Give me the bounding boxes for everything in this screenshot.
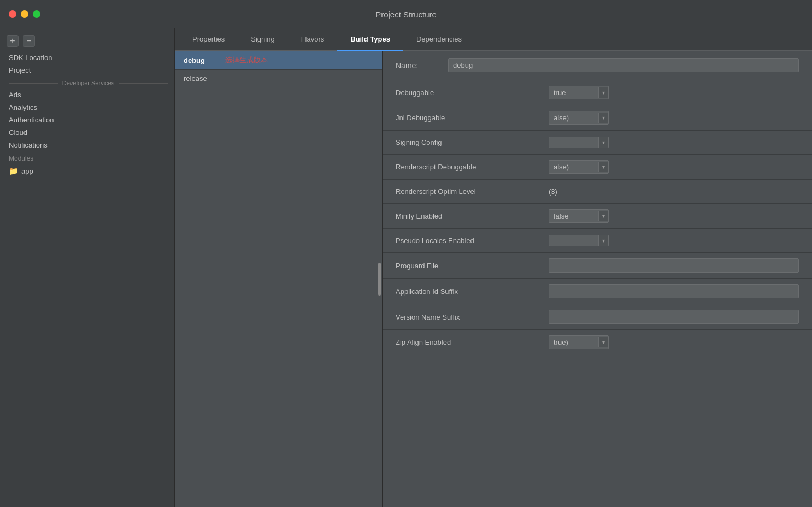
prop-value-debuggable: true▾ (549, 86, 799, 99)
prop-value-minify-enabled: false▾ (549, 209, 799, 223)
prop-value-proguard-file (549, 258, 799, 273)
dropdown-value-zip-align-enabled: true) (549, 336, 598, 349)
sidebar-item-authentication[interactable]: Authentication (0, 114, 174, 126)
dropdown-zip-align-enabled[interactable]: true)▾ (549, 335, 609, 349)
prop-row-renderscript-optim-level: Renderscript Optim Level(3) (383, 180, 812, 204)
prop-label-pseudo-locales-enabled: Pseudo Locales Enabled (396, 237, 549, 245)
prop-row-version-name-suffix: Version Name Suffix (383, 304, 812, 330)
sidebar-item-notifications[interactable]: Notifications (0, 139, 174, 151)
prop-row-zip-align-enabled: Zip Align Enabledtrue)▾ (383, 330, 812, 355)
prop-label-signing-config: Signing Config (396, 138, 549, 146)
dropdown-value-pseudo-locales-enabled (549, 239, 598, 243)
sidebar: + − SDK Location Project Developer Servi… (0, 28, 175, 507)
dropdown-jni-debuggable[interactable]: alse)▾ (549, 111, 609, 125)
prop-row-jni-debuggable: Jni Debuggablealse)▾ (383, 105, 812, 131)
tab-signing[interactable]: Signing (238, 28, 287, 51)
folder-icon: 📁 (9, 167, 18, 175)
main-layout: + − SDK Location Project Developer Servi… (0, 28, 812, 507)
developer-services-section: Developer Services (0, 76, 174, 89)
prop-row-renderscript-debuggable: Renderscript Debuggablealse)▾ (383, 155, 812, 180)
minimize-button[interactable] (21, 10, 28, 18)
window-controls (9, 10, 40, 18)
name-label: Name: (396, 61, 439, 70)
prop-label-application-id-suffix: Application Id Suffix (396, 287, 549, 296)
tab-build-types[interactable]: Build Types (337, 28, 403, 51)
dropdown-value-signing-config (549, 140, 598, 145)
prop-row-debuggable: Debuggabletrue▾ (383, 80, 812, 105)
prop-value-jni-debuggable: alse)▾ (549, 111, 799, 125)
sidebar-item-app[interactable]: 📁 app (0, 164, 174, 178)
input-application-id-suffix[interactable] (549, 284, 799, 298)
prop-value-pseudo-locales-enabled: ▾ (549, 235, 799, 246)
scrollbar-handle (378, 263, 381, 296)
sidebar-item-analytics[interactable]: Analytics (0, 101, 174, 114)
prop-label-zip-align-enabled: Zip Align Enabled (396, 338, 549, 346)
dropdown-signing-config[interactable]: ▾ (549, 137, 609, 148)
sidebar-item-ads[interactable]: Ads (0, 89, 174, 101)
build-type-release-name: release (184, 74, 207, 82)
prop-label-proguard-file: Proguard File (396, 262, 549, 270)
prop-row-pseudo-locales-enabled: Pseudo Locales Enabled▾ (383, 229, 812, 253)
dropdown-arrow-signing-config: ▾ (598, 137, 608, 148)
tab-flavors[interactable]: Flavors (288, 28, 338, 51)
dropdown-minify-enabled[interactable]: false▾ (549, 209, 609, 223)
props-container: Debuggabletrue▾Jni Debuggablealse)▾Signi… (383, 80, 812, 355)
sidebar-item-label: Authentication (9, 116, 54, 124)
dropdown-arrow-zip-align-enabled: ▾ (598, 337, 608, 347)
input-proguard-file[interactable] (549, 258, 799, 273)
prop-row-proguard-file: Proguard File (383, 253, 812, 279)
dropdown-renderscript-debuggable[interactable]: alse)▾ (549, 160, 609, 174)
prop-row-signing-config: Signing Config▾ (383, 131, 812, 155)
build-type-release-row[interactable]: release (175, 70, 382, 87)
right-panel: Name: Debuggabletrue▾Jni Debuggablealse)… (383, 51, 812, 507)
maximize-button[interactable] (33, 10, 40, 18)
dropdown-arrow-renderscript-debuggable: ▾ (598, 162, 608, 172)
prop-label-version-name-suffix: Version Name Suffix (396, 313, 549, 321)
sidebar-item-label: Project (9, 66, 31, 74)
tab-properties[interactable]: Properties (179, 28, 238, 51)
tab-dependencies[interactable]: Dependencies (403, 28, 475, 51)
dropdown-arrow-pseudo-locales-enabled: ▾ (598, 235, 608, 246)
sidebar-item-label: Ads (9, 91, 21, 99)
dropdown-arrow-minify-enabled: ▾ (598, 211, 608, 221)
sidebar-item-sdk-location[interactable]: SDK Location (0, 51, 174, 64)
prop-value-application-id-suffix (549, 284, 799, 298)
dropdown-value-jni-debuggable: alse) (549, 111, 598, 124)
text-value-renderscript-optim-level: (3) (549, 187, 557, 196)
dropdown-debuggable[interactable]: true▾ (549, 86, 609, 99)
build-type-debug-row[interactable]: debug 选择生成版本 (175, 51, 382, 70)
window-title: Project Structure (375, 10, 437, 19)
dropdown-arrow-debuggable: ▾ (598, 87, 608, 98)
dropdown-arrow-jni-debuggable: ▾ (598, 113, 608, 123)
prop-value-signing-config: ▾ (549, 137, 799, 148)
sidebar-item-label: app (21, 167, 33, 175)
prop-label-minify-enabled: Minify Enabled (396, 212, 549, 220)
name-row: Name: (383, 51, 812, 80)
titlebar: Project Structure (0, 0, 812, 28)
add-button[interactable]: + (7, 35, 19, 47)
sidebar-item-label: Notifications (9, 141, 48, 149)
sidebar-item-label: Analytics (9, 103, 37, 111)
split-pane: debug 选择生成版本 release Name: Debuggab (175, 51, 812, 507)
prop-row-minify-enabled: Minify Enabledfalse▾ (383, 204, 812, 229)
build-type-debug-hint: 选择生成版本 (225, 55, 268, 65)
prop-label-jni-debuggable: Jni Debuggable (396, 114, 549, 122)
sidebar-item-cloud[interactable]: Cloud (0, 126, 174, 139)
prop-value-renderscript-optim-level: (3) (549, 187, 799, 196)
name-input[interactable] (448, 58, 799, 72)
prop-value-zip-align-enabled: true)▾ (549, 335, 799, 349)
tab-bar: Properties Signing Flavors Build Types D… (175, 28, 812, 51)
modules-section-label: Modules (0, 151, 174, 164)
prop-value-version-name-suffix (549, 310, 799, 324)
build-type-debug-name: debug (184, 56, 216, 64)
prop-label-renderscript-debuggable: Renderscript Debuggable (396, 163, 549, 171)
build-list-panel: debug 选择生成版本 release (175, 51, 383, 507)
content-area: Properties Signing Flavors Build Types D… (175, 28, 812, 507)
sidebar-item-project[interactable]: Project (0, 64, 174, 76)
sidebar-toolbar: + − (0, 33, 174, 51)
dropdown-pseudo-locales-enabled[interactable]: ▾ (549, 235, 609, 246)
prop-label-debuggable: Debuggable (396, 89, 549, 97)
close-button[interactable] (9, 10, 16, 18)
input-version-name-suffix[interactable] (549, 310, 799, 324)
remove-button[interactable]: − (23, 35, 35, 47)
